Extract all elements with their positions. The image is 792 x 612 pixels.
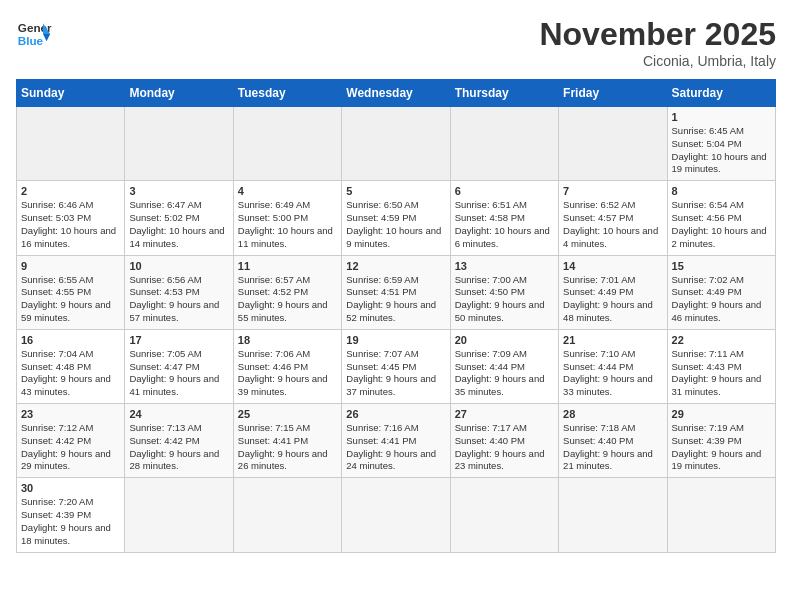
day-number: 25 [238, 408, 337, 420]
day-of-week-header: Sunday [17, 80, 125, 107]
calendar-day-cell [17, 107, 125, 181]
calendar-day-cell [450, 478, 558, 552]
day-number: 8 [672, 185, 771, 197]
calendar-day-cell [125, 107, 233, 181]
day-info: Sunrise: 7:06 AM Sunset: 4:46 PM Dayligh… [238, 348, 337, 399]
calendar-day-cell [559, 478, 667, 552]
calendar-day-cell [233, 478, 341, 552]
page-header: General Blue November 2025 Ciconia, Umbr… [16, 16, 776, 69]
day-info: Sunrise: 6:59 AM Sunset: 4:51 PM Dayligh… [346, 274, 445, 325]
day-number: 22 [672, 334, 771, 346]
day-number: 4 [238, 185, 337, 197]
day-number: 24 [129, 408, 228, 420]
calendar-day-cell: 5Sunrise: 6:50 AM Sunset: 4:59 PM Daylig… [342, 181, 450, 255]
day-info: Sunrise: 7:01 AM Sunset: 4:49 PM Dayligh… [563, 274, 662, 325]
calendar-day-cell: 30Sunrise: 7:20 AM Sunset: 4:39 PM Dayli… [17, 478, 125, 552]
day-info: Sunrise: 7:20 AM Sunset: 4:39 PM Dayligh… [21, 496, 120, 547]
calendar-day-cell: 25Sunrise: 7:15 AM Sunset: 4:41 PM Dayli… [233, 404, 341, 478]
calendar-day-cell: 21Sunrise: 7:10 AM Sunset: 4:44 PM Dayli… [559, 329, 667, 403]
day-info: Sunrise: 6:56 AM Sunset: 4:53 PM Dayligh… [129, 274, 228, 325]
day-info: Sunrise: 6:52 AM Sunset: 4:57 PM Dayligh… [563, 199, 662, 250]
day-of-week-header: Tuesday [233, 80, 341, 107]
day-info: Sunrise: 7:02 AM Sunset: 4:49 PM Dayligh… [672, 274, 771, 325]
day-info: Sunrise: 6:45 AM Sunset: 5:04 PM Dayligh… [672, 125, 771, 176]
day-number: 20 [455, 334, 554, 346]
day-of-week-header: Wednesday [342, 80, 450, 107]
calendar-day-cell: 22Sunrise: 7:11 AM Sunset: 4:43 PM Dayli… [667, 329, 775, 403]
day-number: 10 [129, 260, 228, 272]
day-number: 17 [129, 334, 228, 346]
day-number: 26 [346, 408, 445, 420]
day-info: Sunrise: 7:11 AM Sunset: 4:43 PM Dayligh… [672, 348, 771, 399]
day-info: Sunrise: 6:49 AM Sunset: 5:00 PM Dayligh… [238, 199, 337, 250]
day-number: 18 [238, 334, 337, 346]
svg-marker-3 [43, 34, 50, 41]
day-of-week-header: Friday [559, 80, 667, 107]
day-of-week-header: Thursday [450, 80, 558, 107]
calendar-day-cell: 6Sunrise: 6:51 AM Sunset: 4:58 PM Daylig… [450, 181, 558, 255]
day-number: 27 [455, 408, 554, 420]
calendar-day-cell: 2Sunrise: 6:46 AM Sunset: 5:03 PM Daylig… [17, 181, 125, 255]
calendar-day-cell: 12Sunrise: 6:59 AM Sunset: 4:51 PM Dayli… [342, 255, 450, 329]
calendar-week-row: 16Sunrise: 7:04 AM Sunset: 4:48 PM Dayli… [17, 329, 776, 403]
day-info: Sunrise: 7:13 AM Sunset: 4:42 PM Dayligh… [129, 422, 228, 473]
day-number: 28 [563, 408, 662, 420]
day-info: Sunrise: 6:55 AM Sunset: 4:55 PM Dayligh… [21, 274, 120, 325]
day-of-week-header: Saturday [667, 80, 775, 107]
day-number: 2 [21, 185, 120, 197]
calendar-day-cell: 8Sunrise: 6:54 AM Sunset: 4:56 PM Daylig… [667, 181, 775, 255]
calendar-day-cell [559, 107, 667, 181]
day-number: 23 [21, 408, 120, 420]
calendar-day-cell: 11Sunrise: 6:57 AM Sunset: 4:52 PM Dayli… [233, 255, 341, 329]
calendar-week-row: 1Sunrise: 6:45 AM Sunset: 5:04 PM Daylig… [17, 107, 776, 181]
calendar-day-cell: 4Sunrise: 6:49 AM Sunset: 5:00 PM Daylig… [233, 181, 341, 255]
day-number: 1 [672, 111, 771, 123]
logo-icon: General Blue [16, 16, 52, 52]
day-info: Sunrise: 7:18 AM Sunset: 4:40 PM Dayligh… [563, 422, 662, 473]
calendar-day-cell: 24Sunrise: 7:13 AM Sunset: 4:42 PM Dayli… [125, 404, 233, 478]
day-number: 6 [455, 185, 554, 197]
day-number: 11 [238, 260, 337, 272]
day-info: Sunrise: 7:10 AM Sunset: 4:44 PM Dayligh… [563, 348, 662, 399]
day-info: Sunrise: 6:51 AM Sunset: 4:58 PM Dayligh… [455, 199, 554, 250]
calendar-day-cell: 20Sunrise: 7:09 AM Sunset: 4:44 PM Dayli… [450, 329, 558, 403]
day-info: Sunrise: 7:16 AM Sunset: 4:41 PM Dayligh… [346, 422, 445, 473]
day-info: Sunrise: 7:12 AM Sunset: 4:42 PM Dayligh… [21, 422, 120, 473]
day-info: Sunrise: 6:57 AM Sunset: 4:52 PM Dayligh… [238, 274, 337, 325]
day-number: 13 [455, 260, 554, 272]
calendar-day-cell: 23Sunrise: 7:12 AM Sunset: 4:42 PM Dayli… [17, 404, 125, 478]
calendar-day-cell [450, 107, 558, 181]
calendar-day-cell: 28Sunrise: 7:18 AM Sunset: 4:40 PM Dayli… [559, 404, 667, 478]
calendar-day-cell [125, 478, 233, 552]
calendar-day-cell: 17Sunrise: 7:05 AM Sunset: 4:47 PM Dayli… [125, 329, 233, 403]
calendar-day-cell: 15Sunrise: 7:02 AM Sunset: 4:49 PM Dayli… [667, 255, 775, 329]
day-number: 15 [672, 260, 771, 272]
day-info: Sunrise: 6:54 AM Sunset: 4:56 PM Dayligh… [672, 199, 771, 250]
day-number: 9 [21, 260, 120, 272]
calendar-day-cell [342, 107, 450, 181]
day-number: 29 [672, 408, 771, 420]
day-info: Sunrise: 7:15 AM Sunset: 4:41 PM Dayligh… [238, 422, 337, 473]
calendar-day-cell [342, 478, 450, 552]
day-info: Sunrise: 7:04 AM Sunset: 4:48 PM Dayligh… [21, 348, 120, 399]
calendar-day-cell: 18Sunrise: 7:06 AM Sunset: 4:46 PM Dayli… [233, 329, 341, 403]
calendar-day-cell [233, 107, 341, 181]
day-number: 19 [346, 334, 445, 346]
calendar-day-cell: 19Sunrise: 7:07 AM Sunset: 4:45 PM Dayli… [342, 329, 450, 403]
calendar-day-cell: 1Sunrise: 6:45 AM Sunset: 5:04 PM Daylig… [667, 107, 775, 181]
calendar-day-cell: 16Sunrise: 7:04 AM Sunset: 4:48 PM Dayli… [17, 329, 125, 403]
calendar-week-row: 2Sunrise: 6:46 AM Sunset: 5:03 PM Daylig… [17, 181, 776, 255]
calendar-week-row: 23Sunrise: 7:12 AM Sunset: 4:42 PM Dayli… [17, 404, 776, 478]
day-number: 5 [346, 185, 445, 197]
month-title: November 2025 [539, 16, 776, 53]
day-info: Sunrise: 7:19 AM Sunset: 4:39 PM Dayligh… [672, 422, 771, 473]
day-number: 3 [129, 185, 228, 197]
day-info: Sunrise: 7:09 AM Sunset: 4:44 PM Dayligh… [455, 348, 554, 399]
calendar-week-row: 30Sunrise: 7:20 AM Sunset: 4:39 PM Dayli… [17, 478, 776, 552]
day-info: Sunrise: 6:47 AM Sunset: 5:02 PM Dayligh… [129, 199, 228, 250]
calendar-day-cell: 26Sunrise: 7:16 AM Sunset: 4:41 PM Dayli… [342, 404, 450, 478]
day-info: Sunrise: 6:46 AM Sunset: 5:03 PM Dayligh… [21, 199, 120, 250]
day-info: Sunrise: 7:00 AM Sunset: 4:50 PM Dayligh… [455, 274, 554, 325]
calendar-week-row: 9Sunrise: 6:55 AM Sunset: 4:55 PM Daylig… [17, 255, 776, 329]
calendar-day-cell: 10Sunrise: 6:56 AM Sunset: 4:53 PM Dayli… [125, 255, 233, 329]
